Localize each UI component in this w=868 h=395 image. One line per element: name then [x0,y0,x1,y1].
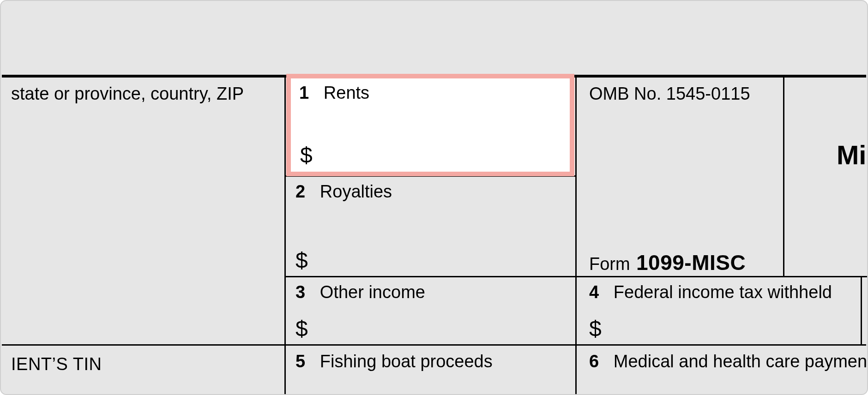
box-4-text: Federal income tax withheld [614,282,832,302]
box-4-fed-tax-withheld[interactable]: 4 Federal income tax withheld $ [580,278,860,344]
box-1-currency: $ [300,143,313,168]
box-3-num: 3 [295,282,305,302]
rule-vertical-a [284,75,286,395]
form-word: Form [589,254,630,274]
box-6-text: Medical and health care payments [614,352,868,371]
box-3-text: Other income [320,282,425,302]
box-6-label: 6 Medical and health care payments [589,352,857,371]
box-2-currency: $ [295,248,308,273]
box-2-num: 2 [295,182,305,201]
recipient-tin-text: IENT’S TIN [11,354,102,374]
form-title-text: Mis [837,140,868,170]
box-6-num: 6 [589,352,599,371]
box-1-label: 1 Rents [299,83,561,103]
box-1-num: 1 [299,83,309,102]
box-2-label: 2 Royalties [295,182,565,202]
omb-number-cell: OMB No. 1545-0115 [580,79,783,108]
rule-vertical-b [575,75,577,395]
form-number-cell: Form 1099-MISC [580,245,755,280]
omb-number-text: OMB No. 1545-0115 [589,84,750,103]
form-1099-misc-crop: { "payer_address_fragment": "state or pr… [0,0,868,395]
rule-h3 [2,344,866,346]
box-1-text: Rents [324,83,369,102]
box-4-currency: $ [589,316,602,341]
box-5-label: 5 Fishing boat proceeds [295,352,565,371]
box-4-num: 4 [589,282,599,302]
payer-address-text: state or province, country, ZIP [11,84,244,103]
form-code: 1099-MISC [636,251,746,275]
box-6-medical[interactable]: 6 Medical and health care payments [580,347,866,393]
box-1-rents-highlight[interactable]: 1 Rents $ [286,74,574,176]
box-3-other-income[interactable]: 3 Other income $ [286,278,574,344]
payer-address-fragment: state or province, country, ZIP [2,79,283,108]
rule-h2 [284,276,867,277]
rule-vertical-f [861,276,862,344]
rule-vertical-c [783,75,784,276]
box-2-royalties[interactable]: 2 Royalties $ [286,177,574,276]
box-2-text: Royalties [320,182,392,201]
box-5-num: 5 [295,352,305,371]
box-5-text: Fishing boat proceeds [320,352,493,371]
box-4-label: 4 Federal income tax withheld [589,282,850,302]
box-3-currency: $ [295,316,308,341]
box-3-label: 3 Other income [295,282,565,302]
form-title-fragment: Mis [827,135,868,175]
recipient-tin-fragment: IENT’S TIN [2,350,283,379]
box-5-fishing-boat[interactable]: 5 Fishing boat proceeds [286,347,574,393]
